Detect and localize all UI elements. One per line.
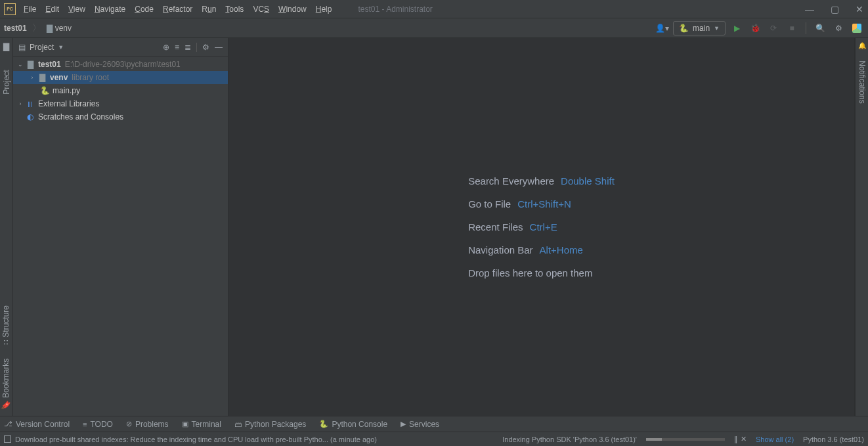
navigation-bar: test01 〉 ▇ venv 👤▾ 🐍 main ▼ ▶ 🐞 ⟳ ■ 🔍 ⚙ [0, 18, 868, 38]
add-user-icon[interactable]: 👤▾ [655, 21, 669, 35]
pycharm-logo-icon: PC [4, 3, 16, 15]
right-gutter: 🔔 Notifications [855, 38, 868, 416]
tree-extlibs-name: External Libraries [38, 99, 99, 108]
run-config-name: main [693, 24, 710, 33]
tree-venv-name: venv [50, 73, 68, 82]
tool-terminal[interactable]: ▣Terminal [182, 420, 221, 429]
tree-venv-hint: library root [72, 73, 109, 82]
menu-run[interactable]: Run [202, 5, 216, 14]
hide-panel-icon[interactable]: — [215, 43, 223, 52]
services-icon: ▶ [401, 420, 406, 428]
menu-code[interactable]: Code [135, 5, 154, 14]
folder-icon: ▇ [47, 24, 53, 33]
hint-go-to-file: Go to File Ctrl+Shift+N [468, 198, 615, 210]
gutter-tab-project[interactable]: Project [2, 70, 11, 94]
menu-window[interactable]: Window [278, 5, 307, 14]
menu-view[interactable]: View [68, 5, 85, 14]
stop-indexing-button[interactable]: ✕ [741, 435, 747, 443]
debug-button[interactable]: 🐞 [748, 21, 762, 35]
chevron-right-icon[interactable]: › [28, 74, 37, 81]
chevron-right-icon: 〉 [32, 22, 41, 34]
codewithme-button[interactable] [850, 21, 864, 35]
hint-recent-files: Recent Files Ctrl+E [468, 221, 615, 233]
tree-row-venv[interactable]: › ▇ venv library root [13, 71, 228, 84]
hint-search-everywhere: Search Everywhere Double Shift [468, 175, 615, 187]
stop-button[interactable]: ■ [785, 21, 799, 35]
tree-row-scratches[interactable]: ◐ Scratches and Consoles [13, 110, 228, 123]
tree-main-name: main.py [53, 86, 80, 95]
status-message[interactable]: Download pre-built shared indexes: Reduc… [15, 435, 377, 443]
left-gutter: ▇ Project ∷ Structure 🔖 Bookmarks [0, 38, 13, 416]
main-area: ▇ Project ∷ Structure 🔖 Bookmarks ▤ Proj… [0, 38, 868, 416]
terminal-icon: ▣ [182, 420, 188, 428]
menu-edit[interactable]: Edit [45, 5, 59, 14]
minimize-button[interactable]: — [805, 4, 814, 14]
python-icon: 🐍 [319, 420, 328, 428]
run-config-selector[interactable]: 🐍 main ▼ [673, 21, 726, 35]
search-button[interactable]: 🔍 [813, 21, 827, 35]
folder-icon: ▇ [37, 73, 47, 82]
breadcrumb-child[interactable]: venv [55, 24, 72, 33]
status-indexing: Indexing Python SDK 'Python 3.6 (test01)… [502, 435, 637, 443]
menu-help[interactable]: Help [316, 5, 332, 14]
main-menu: File Edit View Navigate Code Refactor Ru… [24, 5, 332, 14]
folder-icon: ▇ [25, 60, 35, 69]
progress-bar [646, 438, 725, 441]
pause-indexing-button[interactable]: ‖ [734, 435, 738, 443]
tree-root-path: E:\D-drive-26093\pycharm\test01 [65, 60, 181, 69]
menu-file[interactable]: File [24, 5, 36, 14]
breadcrumb-root[interactable]: test01 [4, 24, 27, 33]
window-controls: — ▢ ✕ [805, 4, 864, 14]
editor-empty-state[interactable]: Search Everywhere Double Shift Go to Fil… [228, 38, 855, 416]
python-icon: 🐍 [679, 24, 689, 33]
close-button[interactable]: ✕ [855, 4, 864, 14]
menu-vcs[interactable]: VCS [253, 5, 269, 14]
python-file-icon: 🐍 [39, 86, 50, 95]
todo-icon: ≡ [83, 420, 87, 428]
menu-navigate[interactable]: Navigate [95, 5, 125, 14]
hint-navigation-bar: Navigation Bar Alt+Home [468, 244, 615, 256]
gutter-tab-notifications[interactable]: Notifications [857, 60, 867, 103]
tool-python-console[interactable]: 🐍Python Console [319, 420, 387, 429]
packages-icon: 🗃 [234, 420, 242, 428]
gutter-tab-bookmarks[interactable]: 🔖 Bookmarks [2, 359, 11, 410]
tool-todo[interactable]: ≡TODO [83, 420, 113, 429]
shortcut-hints: Search Everywhere Double Shift Go to Fil… [468, 175, 615, 279]
run-button[interactable]: ▶ [729, 21, 744, 35]
tool-python-packages[interactable]: 🗃Python Packages [234, 420, 306, 429]
settings-icon[interactable]: ⚙ [202, 43, 209, 52]
hint-drop-files: Drop files here to open them [468, 267, 615, 279]
tree-row-main[interactable]: 🐍 main.py [13, 84, 228, 97]
chevron-right-icon[interactable]: › [16, 100, 25, 107]
tool-windows-quick-access-icon[interactable] [4, 435, 11, 443]
project-tree[interactable]: ⌄ ▇ test01 E:\D-drive-26093\pycharm\test… [13, 56, 228, 416]
notifications-bell-icon[interactable]: 🔔 [858, 42, 866, 49]
tool-window-bar: ⎇Version Control ≡TODO ⊘Problems ▣Termin… [0, 416, 868, 432]
menu-tools[interactable]: Tools [225, 5, 244, 14]
tool-services[interactable]: ▶Services [401, 420, 439, 429]
library-icon: ⫼ [25, 99, 35, 108]
coverage-button[interactable]: ⟳ [766, 21, 781, 35]
interpreter-indicator[interactable]: Python 3.6 (test01) [803, 435, 864, 443]
breadcrumb[interactable]: test01 〉 ▇ venv [4, 22, 72, 34]
expand-all-icon[interactable]: ≡ [175, 43, 179, 52]
gutter-tab-structure[interactable]: ∷ Structure [2, 305, 11, 345]
maximize-button[interactable]: ▢ [830, 4, 839, 14]
collapse-all-icon[interactable]: ≣ [184, 43, 191, 52]
settings-button[interactable]: ⚙ [831, 21, 846, 35]
tree-scratches-name: Scratches and Consoles [38, 112, 123, 122]
tool-problems[interactable]: ⊘Problems [126, 420, 169, 429]
project-panel-title: Project [30, 43, 54, 52]
scratches-icon: ◐ [25, 112, 35, 122]
select-opened-file-icon[interactable]: ⊕ [163, 43, 169, 52]
chevron-down-icon: ▼ [714, 25, 720, 32]
tree-row-root[interactable]: ⌄ ▇ test01 E:\D-drive-26093\pycharm\test… [13, 58, 228, 71]
tool-version-control[interactable]: ⎇Version Control [4, 420, 70, 429]
show-all-link[interactable]: Show all (2) [756, 435, 794, 443]
menu-refactor[interactable]: Refactor [163, 5, 192, 14]
tree-row-ext-libs[interactable]: › ⫼ External Libraries [13, 97, 228, 110]
status-bar: Download pre-built shared indexes: Reduc… [0, 432, 868, 446]
project-tool-icon[interactable]: ▇ [3, 42, 9, 51]
chevron-down-icon[interactable]: ⌄ [16, 61, 25, 68]
chevron-down-icon[interactable]: ▼ [58, 44, 64, 51]
